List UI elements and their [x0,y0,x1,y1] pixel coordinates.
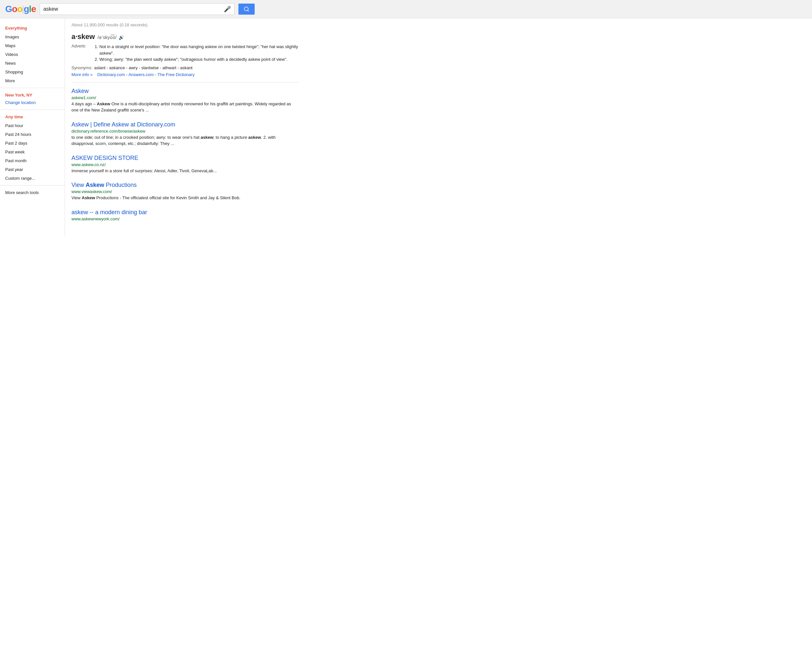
dict-phonetic: /əˈskyo͞o/ [98,35,117,40]
result-url-1: askew1.com/ [72,95,299,100]
sidebar-nav: Everything Images Maps Videos News Shopp… [0,24,65,85]
header: Google askew 🎤 [0,0,812,18]
result-title-4: View Askew Productions [72,182,299,188]
search-button[interactable] [238,3,255,15]
logo-divider [23,6,23,14]
result-snippet-1: 4 days ago – Askew One is a multi-discip… [72,101,299,113]
result-title-part-askew-2: Askew [72,121,89,128]
google-logo: Google [5,4,36,14]
sidebar-item-images[interactable]: Images [0,32,65,41]
sidebar-item-news[interactable]: News [0,59,65,67]
result-link-3[interactable]: ASKEW DESIGN STORE [72,155,138,161]
dict-link-sep-2: - [155,72,157,77]
dict-more-info-link[interactable]: More info » [72,72,93,77]
search-icon [244,6,249,12]
dict-synonyms-row: Synonyms: aslant - askance - awry - slan… [72,65,299,70]
dict-def-2: Wrong; awry: "the plan went sadly askew"… [99,56,299,63]
result-link-2[interactable]: Askew | Define Askew at Dictionary.com [72,121,175,128]
result-link-4[interactable]: View Askew Productions [72,182,137,188]
sidebar-item-more[interactable]: More [0,76,65,85]
dict-link-dictionary[interactable]: Dictionary.com [98,72,125,77]
main-content: About 11,900,000 results (0.18 seconds) … [65,18,812,236]
sidebar-time-past-24h[interactable]: Past 24 hours [0,130,65,139]
logo-g2: g [24,4,29,14]
sidebar-location-label: New York, NY [0,91,65,99]
result-item-1: Askew askew1.com/ 4 days ago – Askew One… [72,88,299,113]
sidebar-anytime-label: Any time [0,112,65,121]
dict-link-freedict[interactable]: The Free Dictionary [157,72,195,77]
result-snippet-2: to one side; out of line; in a crooked p… [72,134,299,147]
dict-synonyms-label: Synonyms: [72,65,94,70]
dict-pos-label: Adverb: [72,44,94,49]
result-item-5: askew -- a modern dining bar www.askewne… [72,209,299,221]
logo-o1: o [12,4,17,14]
dict-def-1: Not in a straight or level position: "th… [99,44,299,56]
result-title-3: ASKEW DESIGN STORE [72,155,299,162]
sidebar-more-search-tools[interactable]: More search tools [0,188,65,197]
sidebar-divider-2 [0,110,65,110]
result-title-part-askew-3: Askew [112,121,129,128]
logo-e: e [31,4,36,14]
sidebar: Everything Images Maps Videos News Shopp… [0,18,65,236]
sidebar-item-shopping[interactable]: Shopping [0,67,65,76]
result-snippet-4: View Askew Productions - The officialest… [72,195,299,201]
result-url-4: www.viewaskew.com/ [72,189,299,194]
sidebar-item-videos[interactable]: Videos [0,50,65,59]
dict-links-row: More info » Dictionary.com - Answers.com… [72,72,299,77]
sidebar-divider-1 [0,88,65,88]
sidebar-more-tools: More search tools [0,188,65,197]
result-item-2: Askew | Define Askew at Dictionary.com d… [72,121,299,147]
result-stats: About 11,900,000 results (0.18 seconds) [72,23,806,27]
dict-word: a·skew [72,32,95,41]
result-url-3: www.askew.co.nz/ [72,162,299,167]
sidebar-time-past-hour[interactable]: Past hour [0,121,65,130]
result-snippet-3: Immerse yourself in a store full of surp… [72,168,299,174]
result-item-4: View Askew Productions www.viewaskew.com… [72,182,299,201]
content: Everything Images Maps Videos News Shopp… [0,18,812,236]
sidebar-time-custom[interactable]: Custom range... [0,174,65,183]
sidebar-time-past-month[interactable]: Past month [0,156,65,165]
mic-icon[interactable]: 🎤 [224,6,231,13]
dictionary-box: a·skew /əˈskyo͞o/ 🔊 Adverb: Not in a str… [72,32,299,83]
result-url-5: www.askewnewyork.com/ [72,216,299,221]
dict-link-answers[interactable]: Answers.com [128,72,154,77]
sidebar-location: New York, NY Change location [0,91,65,107]
sidebar-change-location[interactable]: Change location [0,99,65,107]
result-url-2: dictionary.reference.com/browse/askew [72,129,299,133]
result-link-1[interactable]: Askew [72,88,89,94]
result-item-3: ASKEW DESIGN STORE www.askew.co.nz/ Imme… [72,155,299,174]
search-bar: askew 🎤 [40,3,235,15]
sidebar-time-past-week[interactable]: Past week [0,148,65,156]
search-input[interactable]: askew [43,6,221,12]
dict-definitions-row: Adverb: Not in a straight or level posit… [72,44,299,63]
result-title-2: Askew | Define Askew at Dictionary.com [72,121,299,128]
dict-synonyms-text: aslant - askance - awry - slantwise - at… [94,65,192,70]
result-title-1: Askew [72,88,299,95]
sidebar-time: Any time Past hour Past 24 hours Past 2 … [0,112,65,183]
sidebar-time-past-2days[interactable]: Past 2 days [0,139,65,148]
speaker-icon[interactable]: 🔊 [119,35,124,40]
dict-defs: Not in a straight or level position: "th… [94,44,299,63]
result-link-5[interactable]: askew -- a modern dining bar [72,209,147,216]
sidebar-item-everything[interactable]: Everything [0,24,65,32]
logo-g: G [5,4,12,14]
sidebar-item-maps[interactable]: Maps [0,41,65,50]
logo-l: l [29,4,31,14]
sidebar-time-past-year[interactable]: Past year [0,165,65,174]
result-title-5: askew -- a modern dining bar [72,209,299,216]
logo-o2: o [17,4,23,14]
